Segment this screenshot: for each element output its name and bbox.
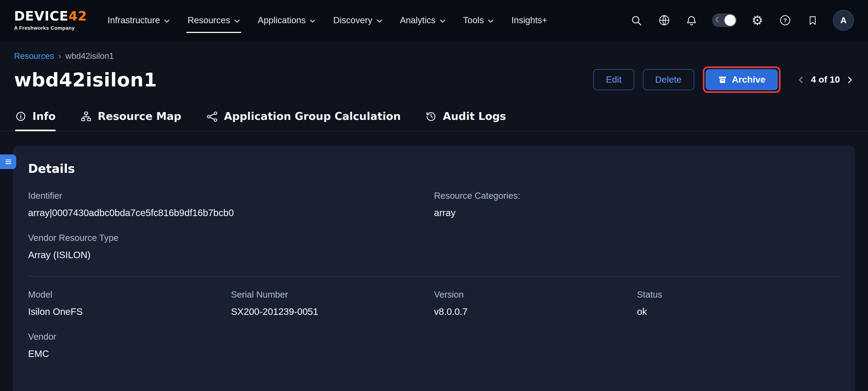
brand-device: DEVICE bbox=[14, 9, 68, 24]
status-label: Status bbox=[637, 290, 840, 300]
breadcrumb-resources-link[interactable]: Resources bbox=[14, 51, 54, 61]
nav-item-label: Insights+ bbox=[512, 15, 547, 25]
tab-info[interactable]: Info bbox=[15, 110, 56, 131]
delete-button[interactable]: Delete bbox=[643, 69, 694, 90]
status-value: ok bbox=[637, 306, 840, 318]
tab-label: Audit Logs bbox=[443, 110, 506, 123]
record-pagination: 4 of 10 bbox=[797, 74, 854, 85]
search-icon[interactable] bbox=[629, 13, 644, 27]
nav-item-label: Discovery bbox=[333, 15, 372, 25]
tab-label: Application Group Calculation bbox=[224, 110, 401, 123]
chevron-down-icon bbox=[376, 18, 383, 24]
serial-number-label: Serial Number bbox=[231, 290, 434, 300]
nav-item-label: Resources bbox=[188, 15, 230, 25]
chevron-right-icon[interactable] bbox=[845, 76, 854, 84]
main-nav: Infrastructure Resources Applications Di… bbox=[101, 0, 554, 40]
page-header: wbd42isilon1 Edit Delete Archive 4 of 10 bbox=[0, 66, 868, 93]
nav-item-insights[interactable]: Insights+ bbox=[505, 0, 554, 40]
serial-number-field: Serial Number SX200-201239-0051 bbox=[231, 290, 434, 318]
nav-item-label: Infrastructure bbox=[107, 15, 160, 25]
help-icon[interactable]: ? bbox=[778, 13, 792, 27]
vendor-field: Vendor EMC bbox=[28, 332, 840, 360]
chevron-down-icon bbox=[234, 18, 241, 24]
avatar[interactable]: A bbox=[833, 10, 854, 31]
nav-item-label: Tools bbox=[463, 15, 484, 25]
topbar-actions: ☾ ⚙ ? A bbox=[629, 10, 854, 31]
brand-logo[interactable]: DEVICE42 A Freshworks Company bbox=[14, 10, 87, 31]
breadcrumb-separator: › bbox=[58, 51, 61, 61]
resource-map-icon bbox=[81, 111, 92, 122]
identifier-row: Identifier array|0007430adbc0bda7ce5fc81… bbox=[28, 191, 840, 219]
nav-item-label: Analytics bbox=[400, 15, 436, 25]
brand-name: DEVICE42 bbox=[14, 10, 87, 23]
nav-item-label: Applications bbox=[258, 15, 306, 25]
chevron-left-icon[interactable] bbox=[797, 76, 805, 84]
theme-toggle-knob bbox=[724, 14, 736, 26]
version-field: Version v8.0.0.7 bbox=[434, 290, 637, 318]
model-field: Model Isilon OneFS bbox=[28, 290, 231, 318]
chevron-down-icon bbox=[488, 18, 494, 24]
archive-button[interactable]: Archive bbox=[706, 69, 778, 90]
list-icon bbox=[4, 158, 12, 166]
details-heading: Details bbox=[28, 162, 840, 176]
nav-item-applications[interactable]: Applications bbox=[251, 0, 322, 40]
edit-button[interactable]: Edit bbox=[593, 69, 634, 90]
serial-number-value: SX200-201239-0051 bbox=[231, 306, 434, 318]
top-navigation-bar: DEVICE42 A Freshworks Company Infrastruc… bbox=[0, 0, 868, 40]
resource-categories-field: Resource Categories: array bbox=[434, 191, 840, 219]
specs-row: Model Isilon OneFS Serial Number SX200-2… bbox=[28, 290, 840, 318]
side-panel-toggle[interactable] bbox=[0, 154, 16, 169]
header-actions: Edit Delete Archive 4 of 10 bbox=[593, 66, 854, 93]
nav-item-resources[interactable]: Resources bbox=[181, 0, 247, 40]
bookmark-icon[interactable] bbox=[805, 13, 819, 27]
nav-item-discovery[interactable]: Discovery bbox=[327, 0, 389, 40]
identifier-field: Identifier array|0007430adbc0bda7ce5fc81… bbox=[28, 191, 434, 219]
tab-audit-logs[interactable]: Audit Logs bbox=[426, 110, 506, 131]
vendor-resource-type-label: Vendor Resource Type bbox=[28, 233, 840, 243]
identifier-value: array|0007430adbc0bda7ce5fc816b9df16b7bc… bbox=[28, 207, 434, 219]
moon-icon: ☾ bbox=[715, 16, 721, 24]
vendor-resource-type-field: Vendor Resource Type Array (ISILON) bbox=[28, 233, 840, 261]
tab-resource-map[interactable]: Resource Map bbox=[81, 110, 181, 131]
chevron-down-icon bbox=[439, 18, 446, 24]
globe-icon[interactable] bbox=[657, 13, 671, 27]
device42-app: DEVICE42 A Freshworks Company Infrastruc… bbox=[0, 0, 868, 391]
pagination-text: 4 of 10 bbox=[811, 74, 840, 85]
application-group-icon bbox=[206, 111, 218, 122]
nav-item-infrastructure[interactable]: Infrastructure bbox=[101, 0, 177, 40]
identifier-label: Identifier bbox=[28, 191, 434, 201]
archive-button-label: Archive bbox=[732, 75, 766, 84]
settings-icon[interactable]: ⚙ bbox=[750, 13, 764, 27]
brand-42: 42 bbox=[68, 9, 87, 24]
breadcrumb-current: wbd42isilon1 bbox=[66, 51, 114, 61]
version-value: v8.0.0.7 bbox=[434, 306, 637, 318]
vendor-value: EMC bbox=[28, 348, 840, 360]
archive-icon bbox=[718, 75, 727, 84]
theme-toggle[interactable]: ☾ bbox=[712, 13, 737, 27]
chevron-down-icon bbox=[164, 18, 170, 24]
nav-item-tools[interactable]: Tools bbox=[457, 0, 501, 40]
brand-subtitle: A Freshworks Company bbox=[14, 26, 87, 31]
resource-categories-label: Resource Categories: bbox=[434, 191, 840, 201]
details-card: Details Identifier array|0007430adbc0bda… bbox=[13, 146, 855, 391]
tab-application-group-calculation[interactable]: Application Group Calculation bbox=[206, 110, 401, 131]
vendor-resource-type-value: Array (ISILON) bbox=[28, 249, 840, 261]
model-label: Model bbox=[28, 290, 231, 300]
dashed-divider bbox=[28, 276, 840, 276]
info-icon bbox=[15, 111, 26, 122]
status-field: Status ok bbox=[637, 290, 840, 318]
audit-logs-icon bbox=[426, 111, 437, 122]
svg-text:?: ? bbox=[783, 17, 786, 24]
model-value: Isilon OneFS bbox=[28, 306, 231, 318]
nav-item-analytics[interactable]: Analytics bbox=[394, 0, 452, 40]
notifications-icon[interactable] bbox=[684, 13, 699, 27]
tab-label: Resource Map bbox=[98, 110, 181, 123]
page-title: wbd42isilon1 bbox=[14, 69, 157, 90]
annotation-highlight: Archive bbox=[703, 66, 781, 93]
tab-label: Info bbox=[32, 110, 56, 123]
version-label: Version bbox=[434, 290, 637, 300]
detail-tabs: Info Resource Map Application Group Calc… bbox=[0, 110, 868, 131]
vendor-label: Vendor bbox=[28, 332, 840, 342]
resource-categories-value: array bbox=[434, 207, 840, 219]
breadcrumb: Resources › wbd42isilon1 bbox=[0, 40, 868, 61]
